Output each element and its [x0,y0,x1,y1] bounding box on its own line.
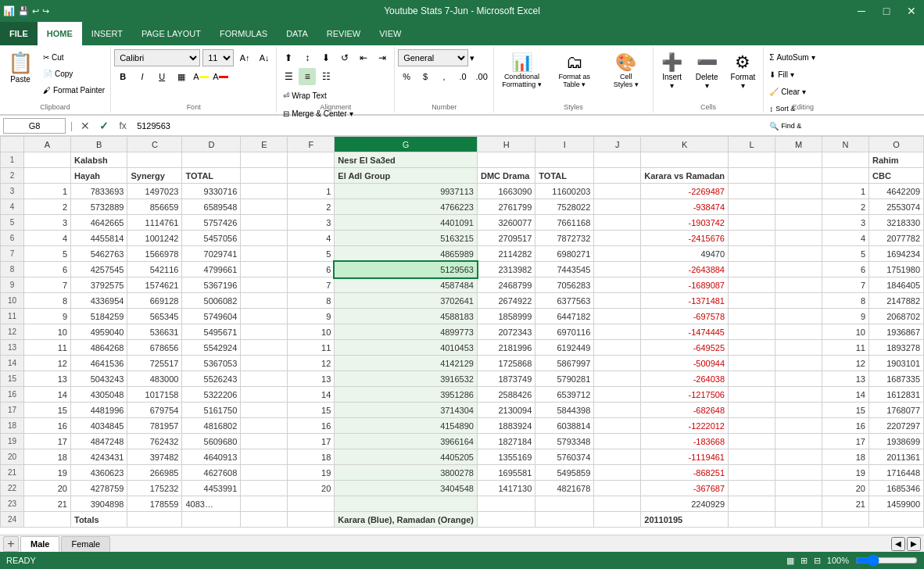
cell-H2[interactable]: DMC Drama [477,168,535,184]
cell-G14[interactable]: 4142129 [335,356,478,371]
increase-font-button[interactable]: A↑ [236,49,253,66]
cell-D19[interactable]: 5609680 [182,434,241,449]
cell-E15[interactable] [241,371,288,387]
cell-O3[interactable]: 4642209 [869,184,924,199]
cell-O6[interactable]: 2077782 [869,231,924,246]
cell-A8[interactable]: 6 [24,262,71,277]
cell-F22[interactable]: 20 [288,481,335,496]
cell-B5[interactable]: 4642665 [71,215,127,231]
cell-L16[interactable] [729,387,775,403]
cell-O18[interactable]: 2207297 [869,418,924,434]
cell-J2[interactable] [594,168,641,184]
cell-L5[interactable] [729,215,775,231]
cell-L20[interactable] [729,449,775,465]
cell-I3[interactable]: 11600203 [535,184,594,199]
cell-M7[interactable] [775,246,822,262]
cell-C6[interactable]: 1001242 [127,231,182,246]
cell-F18[interactable]: 16 [288,418,335,434]
cell-N16[interactable]: 14 [822,387,869,403]
cell-M18[interactable] [775,418,822,434]
cell-A18[interactable]: 16 [24,418,71,434]
cell-J8[interactable] [594,262,641,277]
cell-N6[interactable]: 4 [822,231,869,246]
font-size-select[interactable]: 11 [202,49,234,66]
cell-N13[interactable]: 11 [822,340,869,356]
cell-G5[interactable]: 4401091 [335,215,478,231]
cell-F10[interactable]: 8 [288,293,335,309]
cell-C20[interactable]: 397482 [127,449,182,465]
cell-N18[interactable]: 16 [822,418,869,434]
cell-H5[interactable]: 3260077 [477,215,535,231]
cell-D24[interactable] [182,512,241,528]
cell-H19[interactable]: 1827184 [477,434,535,449]
cell-D10[interactable]: 5006082 [182,293,241,309]
cell-E20[interactable] [241,449,288,465]
cell-A19[interactable]: 17 [24,434,71,449]
cell-E11[interactable] [241,309,288,324]
cell-M21[interactable] [775,465,822,481]
cell-K10[interactable]: -1371481 [641,293,729,309]
cell-D20[interactable]: 4640913 [182,449,241,465]
cell-N19[interactable]: 17 [822,434,869,449]
cell-M2[interactable] [775,168,822,184]
cell-F14[interactable]: 12 [288,356,335,371]
cell-D23[interactable]: 4083… [182,496,241,512]
cell-O7[interactable]: 1694234 [869,246,924,262]
cell-G4[interactable]: 4766223 [335,199,478,215]
cell-F9[interactable]: 7 [288,277,335,293]
cell-K1[interactable] [641,152,729,168]
cell-D11[interactable]: 5749604 [182,309,241,324]
cell-E23[interactable] [241,496,288,512]
cell-K6[interactable]: -2415676 [641,231,729,246]
cell-I11[interactable]: 6447182 [535,309,594,324]
cell-C14[interactable]: 725517 [127,356,182,371]
cell-E19[interactable] [241,434,288,449]
cell-M10[interactable] [775,293,822,309]
cell-J15[interactable] [594,371,641,387]
cell-M1[interactable] [775,152,822,168]
cell-D18[interactable]: 4816802 [182,418,241,434]
cell-I21[interactable]: 5495859 [535,465,594,481]
cell-H14[interactable]: 1725868 [477,356,535,371]
cell-L22[interactable] [729,481,775,496]
cell-K5[interactable]: -1903742 [641,215,729,231]
cell-L12[interactable] [729,324,775,340]
cell-E10[interactable] [241,293,288,309]
col-header-O[interactable]: O [869,137,924,152]
cell-C10[interactable]: 669128 [127,293,182,309]
cell-E13[interactable] [241,340,288,356]
cell-M22[interactable] [775,481,822,496]
cell-A20[interactable]: 18 [24,449,71,465]
cell-H16[interactable]: 2588426 [477,387,535,403]
conditional-formatting-button[interactable]: 📊 Conditional Formatting ▾ [497,49,546,91]
cell-O9[interactable]: 1846405 [869,277,924,293]
cell-H3[interactable]: 1663090 [477,184,535,199]
cell-D8[interactable]: 4799661 [182,262,241,277]
cell-B4[interactable]: 5732889 [71,199,127,215]
fill-button[interactable]: ⬇ Fill ▾ [767,66,829,82]
cell-N8[interactable]: 6 [822,262,869,277]
increase-decimal-button[interactable]: .0 [454,68,471,85]
cell-E18[interactable] [241,418,288,434]
cell-L14[interactable] [729,356,775,371]
cell-B10[interactable]: 4336954 [71,293,127,309]
cell-K2[interactable]: Karara vs Ramadan [641,168,729,184]
cell-B24[interactable]: Totals [71,512,127,528]
cell-B19[interactable]: 4847248 [71,434,127,449]
cell-C3[interactable]: 1497023 [127,184,182,199]
cell-B2[interactable]: Hayah [71,168,127,184]
cell-E21[interactable] [241,465,288,481]
cell-C18[interactable]: 781957 [127,418,182,434]
cell-G22[interactable]: 3404548 [335,481,478,496]
cell-C17[interactable]: 679754 [127,403,182,418]
col-header-D[interactable]: D [182,137,241,152]
cell-M14[interactable] [775,356,822,371]
cell-E22[interactable] [241,481,288,496]
cell-D6[interactable]: 5457056 [182,231,241,246]
cell-J3[interactable] [594,184,641,199]
cell-A6[interactable]: 4 [24,231,71,246]
cell-I15[interactable]: 5790281 [535,371,594,387]
cell-J10[interactable] [594,293,641,309]
cell-A16[interactable]: 14 [24,387,71,403]
cell-J5[interactable] [594,215,641,231]
